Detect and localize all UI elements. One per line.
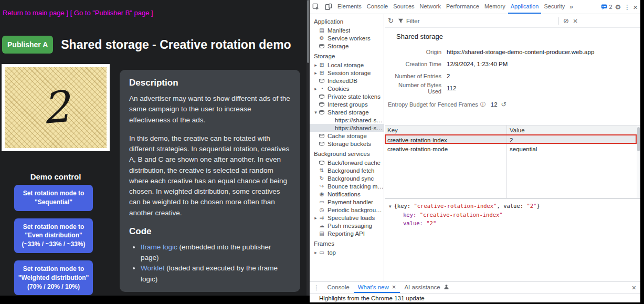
sidebar-item-label: Storage [328, 43, 349, 49]
metadata-row: Number of Bytes Used 112 [385, 82, 640, 94]
kebab-menu-icon[interactable]: ⋮ [624, 4, 630, 11]
sidebar-item-label: Private state tokens [328, 93, 381, 100]
sidebar-item-label: Cache storage [328, 133, 367, 139]
sidebar-section-background-services: Background services [310, 148, 384, 159]
sidebar-item[interactable]: Session storage [310, 69, 384, 77]
sidebar-item[interactable]: Storage buckets [310, 140, 384, 148]
reset-budget-icon[interactable]: ↺ [501, 101, 506, 108]
metadata-label: Origin [385, 49, 441, 55]
sidebar-section-application: Application [310, 15, 384, 26]
sidebar-item[interactable]: Bounce tracking miti… [310, 182, 384, 190]
rotation-mode-button[interactable]: Set rotation mode to "Even distribution"… [14, 218, 93, 253]
device-toolbar-icon[interactable] [322, 0, 335, 14]
sidebar-item[interactable]: Background fetch [310, 166, 384, 174]
disclosure-arrow-icon [313, 215, 319, 221]
sidebar-item[interactable]: Reporting API [310, 229, 384, 237]
devtools-tab[interactable]: Elements [335, 0, 364, 14]
creative-number: 2 [40, 85, 71, 130]
sidebar-item[interactable]: Local storage [310, 61, 384, 69]
rotation-mode-button[interactable]: Set rotation mode to "Weighted distribut… [14, 260, 93, 295]
table-scrollbar-thumb[interactable] [637, 127, 640, 151]
sidebar-item[interactable]: Notifications [310, 190, 384, 198]
metadata-value: 112 [447, 85, 456, 91]
description-card: Description An advertiser may want to sh… [120, 70, 300, 292]
sidebar-item[interactable]: Back/forward cache [310, 159, 384, 166]
publisher-nav-links[interactable]: Return to main page ] [ Go to "Publisher… [3, 9, 153, 17]
sidebar-item[interactable]: Push messaging [310, 222, 384, 229]
inspect-element-icon[interactable] [310, 0, 322, 14]
drawer-tab-console[interactable]: Console [323, 282, 354, 293]
tree-item-icon [319, 62, 325, 68]
table-row[interactable]: creative-rotation-mode sequential [385, 144, 640, 153]
devtools-tab[interactable]: Console [364, 0, 390, 14]
demo-control-title: Demo control [0, 172, 111, 181]
column-divider[interactable] [506, 125, 507, 198]
settings-gear-icon[interactable]: ⚙ [615, 4, 621, 11]
tree-item-icon [319, 175, 325, 182]
sidebar-item-label: Session storage [328, 70, 371, 76]
devtools-tab[interactable]: Memory [482, 0, 508, 14]
more-tabs-icon[interactable]: » [567, 0, 575, 14]
code-link[interactable]: Iframe logic [141, 243, 177, 251]
tabbar-right-controls: 2 ⚙ ⋮ × [601, 0, 640, 14]
page-header: Publisher A Shared storage - Creative ro… [2, 36, 305, 54]
close-devtools-icon[interactable]: × [633, 3, 638, 11]
close-tab-icon[interactable]: × [392, 283, 396, 291]
sidebar-item[interactable]: Service workers [310, 34, 384, 42]
devtools-tab[interactable]: Performance [444, 0, 482, 14]
rotation-mode-button[interactable]: Set rotation mode to "Sequential" [14, 185, 93, 211]
metadata-value: 2 [447, 73, 450, 79]
table-rows: creative-rotation-index 2 creative-rotat… [385, 135, 640, 153]
drawer-tab-ai-assistance[interactable]: AI assistance [400, 282, 453, 293]
tree-item-icon [319, 230, 325, 237]
sidebar-item[interactable]: Shared storage [310, 108, 384, 116]
clear-all-icon[interactable]: ⊘ [563, 17, 569, 24]
tree-item-icon [319, 191, 325, 197]
sidebar-item[interactable]: top [310, 248, 384, 256]
table-row[interactable]: creative-rotation-index 2 [385, 135, 640, 144]
cell-value: 2 [506, 137, 513, 143]
metadata-row: Number of Entries 2 [385, 70, 640, 82]
sidebar-item[interactable]: Cache storage [310, 132, 384, 140]
tree-item-icon [326, 125, 332, 131]
sidebar-item[interactable]: Manifest [310, 26, 384, 34]
table-scrollbar[interactable] [637, 125, 640, 198]
sidebar-item[interactable]: IndexedDB [310, 77, 384, 85]
devtools-tab[interactable]: Network [417, 0, 444, 14]
sidebar-item-label: Back/forward cache [328, 160, 381, 166]
expand-arrow-icon[interactable]: ▾ [389, 204, 392, 209]
sidebar-item-label: Shared storage [328, 109, 369, 116]
sidebar-item[interactable]: Payment handler [310, 198, 384, 206]
tree-item-icon [326, 117, 332, 123]
tree-item-icon [319, 249, 325, 256]
sidebar-item[interactable]: Background sync [310, 174, 384, 182]
ad-creative[interactable]: 2 [2, 64, 110, 151]
devtools-tab[interactable]: Sources [390, 0, 417, 14]
metadata-label: Number of Bytes Used [385, 82, 441, 95]
sidebar-item[interactable]: Speculative loads [310, 214, 384, 222]
page-scrollbar-thumb[interactable] [307, 0, 309, 63]
refresh-icon[interactable]: ↻ [388, 17, 394, 24]
info-icon[interactable]: ⓘ [480, 101, 485, 108]
drawer-tab-whats-new[interactable]: What's new × [354, 282, 400, 293]
sidebar-item[interactable]: Cookies [310, 85, 384, 92]
sidebar-item[interactable]: Private state tokens [310, 92, 384, 100]
sidebar-item-label: Interest groups [328, 101, 368, 108]
issues-counter[interactable]: 2 [601, 4, 612, 10]
devtools-tab[interactable]: Application [508, 0, 542, 14]
code-link[interactable]: Worklet [141, 264, 165, 272]
sidebar-item[interactable]: Periodic backgroun… [310, 206, 384, 214]
sidebar-item[interactable]: https://shared-storage… [310, 124, 384, 132]
close-drawer-icon[interactable]: × [628, 282, 640, 293]
devtools-tab[interactable]: Security [541, 0, 567, 14]
sidebar-item[interactable]: https://shared-storage… [310, 116, 384, 124]
drawer-kebab-icon[interactable]: ⋮ [310, 282, 323, 293]
sidebar-item[interactable]: Interest groups [310, 100, 384, 108]
sidebar-item[interactable]: Storage [310, 42, 384, 50]
preview-property-name: key: [403, 212, 416, 218]
filter-input[interactable]: Filter [398, 18, 529, 24]
preview-key-line: key: "creative-rotation-index" [389, 211, 640, 219]
entry-preview-pane: ▾{key: "creative-rotation-index", value:… [385, 198, 640, 281]
delete-selected-icon[interactable]: × [573, 17, 578, 25]
shared-storage-panel: ↻ Filter ⊘ × Shared storage Origin https… [385, 14, 640, 281]
